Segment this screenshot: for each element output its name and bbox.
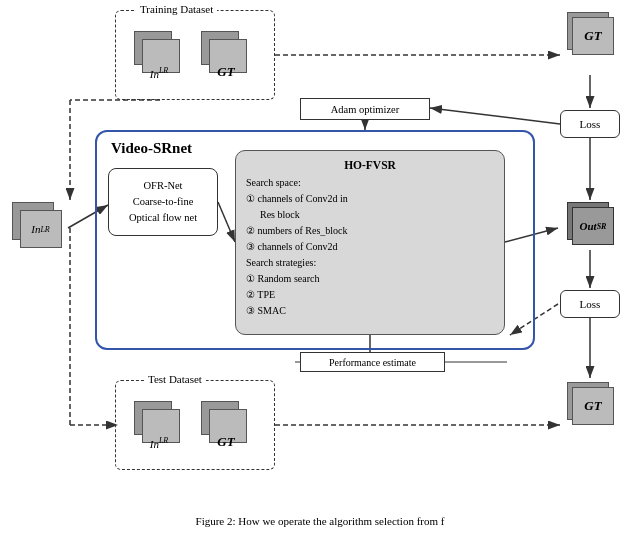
ho-item1b: Res block xyxy=(246,207,494,223)
gt-bottom-card-front: GT xyxy=(572,387,614,425)
search-strategy-header: Search strategies: xyxy=(246,255,494,271)
adam-label: Adam optimizer xyxy=(331,104,400,115)
gt-top-right: GT xyxy=(565,10,620,60)
test-gt-label: GT xyxy=(217,434,234,450)
inlr-card-front: InLR xyxy=(20,210,62,248)
figure-caption: Figure 2: How we operate the algorithm s… xyxy=(0,515,640,527)
test-dataset-box: Test Dataset InLR GT xyxy=(115,380,275,470)
strategy-2: ② TPE xyxy=(246,287,494,303)
gt-top-stack: GT xyxy=(565,10,620,60)
strategy-1: ① Random search xyxy=(246,271,494,287)
test-gt-stack: GT xyxy=(201,401,251,446)
training-dataset-box: Training Dataset InLR GT xyxy=(115,10,275,100)
perf-estimate-box: Performance estimate xyxy=(300,352,445,372)
training-gt-stack: GT xyxy=(201,31,251,76)
loss-bottom-label: Loss xyxy=(580,298,601,310)
test-inlr-label: InLR xyxy=(150,436,169,450)
caption-text: Figure 2: How we operate the algorithm s… xyxy=(196,515,445,527)
adam-optimizer-box: Adam optimizer xyxy=(300,98,430,120)
ho-item1: ① channels of Conv2d in xyxy=(246,191,494,207)
test-dataset-label: Test Dataset xyxy=(144,373,206,385)
svg-line-18 xyxy=(430,108,560,124)
ofr-net-box: OFR-Net Coarse-to-fine Optical flow net xyxy=(108,168,218,236)
out-sr-card-front: OutSR xyxy=(572,207,614,245)
training-inlr-label: InLR xyxy=(150,66,169,80)
gt-bottom-right: GT xyxy=(565,380,620,430)
loss-top-label: Loss xyxy=(580,118,601,130)
test-inlr-stack: InLR xyxy=(134,401,184,446)
gt-bottom-stack: GT xyxy=(565,380,620,430)
perf-label: Performance estimate xyxy=(329,357,416,368)
training-inlr-stack: InLR xyxy=(134,31,184,76)
ho-fvsr-title: HO-FVSR xyxy=(246,159,494,171)
training-dataset-label: Training Dataset xyxy=(136,3,217,15)
strategy-3: ③ SMAC xyxy=(246,303,494,319)
ho-fvsr-content: Search space: ① channels of Conv2d in Re… xyxy=(246,175,494,319)
out-sr-block: OutSR xyxy=(565,200,620,250)
loss-bottom-box: Loss xyxy=(560,290,620,318)
out-sr-stack: OutSR xyxy=(565,200,620,250)
gt-top-card-front: GT xyxy=(572,17,614,55)
ho-fvsr-box: HO-FVSR Search space: ① channels of Conv… xyxy=(235,150,505,335)
ofr-line2: Coarse-to-fine xyxy=(133,194,194,210)
inlr-left-block: InLR xyxy=(10,200,70,256)
loss-top-box: Loss xyxy=(560,110,620,138)
diagram: Training Dataset InLR GT Test Dataset In… xyxy=(0,0,640,500)
video-srnet-label: Video-SRnet xyxy=(111,140,192,157)
inlr-left-stack: InLR xyxy=(13,203,68,253)
ofr-line3: Optical flow net xyxy=(129,210,197,226)
ho-item3: ③ channels of Conv2d xyxy=(246,239,494,255)
ho-item2: ② numbers of Res_block xyxy=(246,223,494,239)
training-gt-label: GT xyxy=(217,64,234,80)
search-space-header: Search space: xyxy=(246,175,494,191)
ofr-line1: OFR-Net xyxy=(143,178,182,194)
